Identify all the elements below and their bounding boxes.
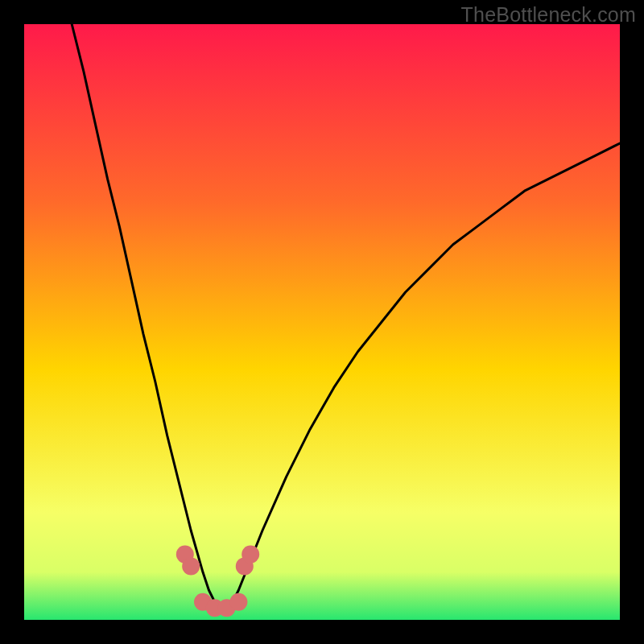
chart-svg <box>24 24 620 620</box>
outer-frame: TheBottleneck.com <box>0 0 644 644</box>
trough-marker <box>229 593 247 611</box>
watermark-text: TheBottleneck.com <box>461 3 636 27</box>
plot-area <box>24 24 620 620</box>
trough-marker <box>182 557 200 575</box>
trough-marker <box>242 546 259 564</box>
bottleneck-curve <box>72 24 620 608</box>
trough-markers-group <box>176 546 259 617</box>
